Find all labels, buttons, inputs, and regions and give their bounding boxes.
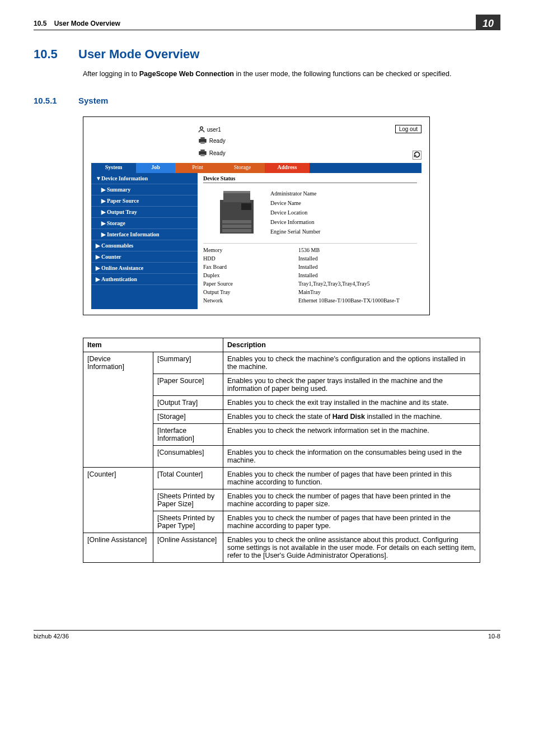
- intro-paragraph: After logging in to PageScope Web Connec…: [83, 69, 500, 79]
- cell-desc: Enables you to check the number of pages…: [223, 467, 480, 489]
- sidebar-item-output-tray[interactable]: ▶Output Tray: [91, 207, 198, 218]
- label-device-location: Device Location: [270, 208, 417, 217]
- cell-sub: [Paper Source]: [153, 374, 223, 395]
- table-row: [Online Assistance] [Online Assistance] …: [83, 533, 480, 562]
- subsection-title: System: [78, 96, 108, 105]
- content-pane: Device Status A: [198, 173, 421, 309]
- ready-label-1: Ready: [209, 138, 226, 144]
- cell-desc: Enables you to check the machine's confi…: [223, 352, 480, 374]
- cell-desc: Enables you to check the exit tray insta…: [223, 395, 480, 409]
- kv-row: NetworkEthernet 10Base-T/100Base-TX/1000…: [203, 296, 417, 305]
- footer-left: bizhub 42/36: [34, 633, 69, 640]
- tab-print[interactable]: Print: [175, 163, 220, 173]
- user-label: user1: [198, 127, 221, 133]
- caret-right-icon: ▶: [101, 186, 107, 193]
- cell-sub: [Interface Information]: [153, 423, 223, 445]
- table-row: [Counter] [Total Counter] Enables you to…: [83, 467, 480, 489]
- printer-icon: [198, 149, 208, 158]
- cell-desc: Enables you to check the online assistan…: [223, 533, 480, 562]
- sidebar-item-storage[interactable]: ▶Storage: [91, 218, 198, 229]
- kv-row: DuplexInstalled: [203, 271, 417, 279]
- caret-down-icon: ▼: [96, 175, 101, 181]
- label-device-name: Device Name: [270, 198, 417, 208]
- tab-system[interactable]: System: [91, 163, 136, 173]
- subsection-num: 10.5.1: [34, 96, 78, 105]
- section-num: 10.5: [34, 47, 78, 62]
- sidebar-item-online[interactable]: ▶Online Assistance: [91, 263, 198, 274]
- tab-job[interactable]: Job: [136, 163, 175, 173]
- ready-label-2: Ready: [209, 150, 226, 156]
- tab-filler: [310, 163, 421, 173]
- cell-sub: [Summary]: [153, 352, 223, 374]
- caret-right-icon: ▶: [101, 231, 107, 237]
- caret-right-icon: ▶: [96, 276, 101, 282]
- svg-rect-3: [200, 142, 205, 144]
- device-rows: Memory1536 MBHDDInstalledFax BoardInstal…: [203, 243, 417, 305]
- kv-row: Fax BoardInstalled: [203, 263, 417, 271]
- svg-rect-6: [200, 154, 205, 156]
- label-device-info: Device Information: [270, 217, 417, 227]
- sidebar-item-summary[interactable]: ▶Summary: [91, 184, 198, 195]
- subsection-heading: 10.5.1System: [34, 96, 500, 105]
- cell-sub: [Consumables]: [153, 445, 223, 467]
- sidebar-item-interface[interactable]: ▶Interface Information: [91, 229, 198, 240]
- kv-key: HDD: [203, 255, 298, 262]
- sidebar-item-auth[interactable]: ▶Authentication: [91, 274, 198, 285]
- kv-value: Installed: [298, 264, 417, 270]
- th-item: Item: [83, 338, 223, 352]
- sidebar: ▼Device Information ▶Summary ▶Paper Sour…: [91, 173, 198, 309]
- th-desc: Description: [223, 338, 480, 352]
- kv-value: MainTray: [298, 289, 417, 295]
- user-icon: [198, 125, 205, 133]
- kv-key: Memory: [203, 247, 298, 253]
- chapter-chip: 10: [476, 15, 500, 30]
- svg-rect-10: [222, 229, 251, 232]
- cell-desc: Enables you to check the information on …: [223, 445, 480, 467]
- kv-value: Installed: [298, 255, 417, 262]
- cell-category: [Counter]: [83, 467, 153, 533]
- caret-right-icon: ▶: [101, 198, 107, 204]
- table-row: [Device Information] [Summary] Enables y…: [83, 352, 480, 374]
- caret-right-icon: ▶: [96, 265, 101, 271]
- kv-row: Memory1536 MB: [203, 246, 417, 254]
- cell-sub: [Sheets Printed by Paper Size]: [153, 489, 223, 511]
- svg-rect-9: [222, 225, 251, 228]
- tab-storage[interactable]: Storage: [220, 163, 265, 173]
- svg-rect-12: [223, 191, 250, 193]
- description-table: Item Description [Device Information] [S…: [83, 338, 480, 563]
- caret-right-icon: ▶: [101, 220, 107, 226]
- running-head: 10.5 User Mode Overview 10: [34, 19, 500, 30]
- caret-right-icon: ▶: [96, 242, 101, 249]
- kv-key: Fax Board: [203, 264, 298, 270]
- content-title: Device Status: [203, 175, 417, 183]
- cell-desc: Enables you to check the number of pages…: [223, 489, 480, 511]
- runhead-secno: 10.5: [34, 20, 46, 27]
- sidebar-item-paper-source[interactable]: ▶Paper Source: [91, 195, 198, 207]
- cell-desc: Enables you to check the number of pages…: [223, 511, 480, 533]
- cell-desc: Enables you to check the paper trays ins…: [223, 374, 480, 395]
- caret-right-icon: ▶: [101, 209, 107, 215]
- kv-value: Tray1,Tray2,Tray3,Tray4,Tray5: [298, 281, 417, 287]
- caret-right-icon: ▶: [96, 254, 101, 260]
- logout-button[interactable]: Log out: [395, 125, 421, 133]
- svg-rect-8: [222, 220, 251, 223]
- sidebar-item-device-info[interactable]: ▼Device Information: [91, 173, 198, 184]
- section-heading: 10.5User Mode Overview: [34, 47, 500, 62]
- cell-category: [Online Assistance]: [83, 533, 153, 562]
- section-title: User Mode Overview: [78, 47, 199, 61]
- kv-value: 1536 MB: [298, 247, 417, 253]
- footer-right: 10-8: [488, 633, 500, 640]
- kv-row: Output TrayMainTray: [203, 288, 417, 296]
- kv-key: Output Tray: [203, 289, 298, 295]
- svg-rect-2: [200, 137, 205, 139]
- kv-key: Network: [203, 297, 298, 304]
- tab-address[interactable]: Address: [265, 163, 310, 173]
- cell-desc: Enables you to check the network informa…: [223, 423, 480, 445]
- sidebar-item-consumables[interactable]: ▶Consumables: [91, 240, 198, 251]
- cell-category: [Device Information]: [83, 352, 153, 467]
- sidebar-item-counter[interactable]: ▶Counter: [91, 251, 198, 263]
- refresh-icon[interactable]: [413, 151, 421, 160]
- kv-value: Installed: [298, 272, 417, 278]
- screenshot: user1 Log out Ready Ready System Job: [83, 116, 430, 315]
- kv-row: Paper SourceTray1,Tray2,Tray3,Tray4,Tray…: [203, 279, 417, 288]
